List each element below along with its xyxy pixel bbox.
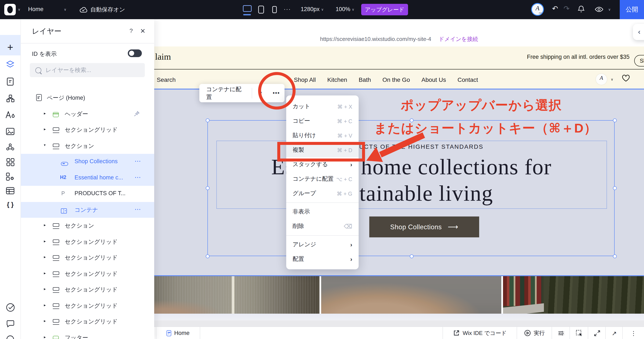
panel-help-icon[interactable]: ? <box>130 27 133 34</box>
page-selector-chevron-icon[interactable]: ∨ <box>64 8 66 12</box>
caret-right-icon[interactable]: ▸ <box>44 255 46 259</box>
show-id-toggle[interactable] <box>128 50 142 57</box>
layer-row-sectiongrid[interactable]: ▸ セクショングリッド <box>20 282 154 298</box>
properties-sliders-icon[interactable] <box>552 327 570 339</box>
layer-row-sectiongrid[interactable]: ▸ セクショングリッド <box>20 122 154 138</box>
connect-domain-link[interactable]: ドメインを接続 <box>439 36 478 42</box>
layer-row-container[interactable]: コンテナ ⋯ <box>20 202 154 218</box>
layer-row-header[interactable]: ▸ ヘッダー <box>20 106 154 122</box>
selection-handle[interactable] <box>206 118 209 122</box>
more-options-kebab-icon[interactable]: ⋮ <box>622 327 644 339</box>
site-styles-icon[interactable] <box>0 111 20 119</box>
tablet-breakpoint-icon[interactable] <box>258 6 264 14</box>
layers-search-input[interactable] <box>45 67 140 74</box>
breakpoint-chevron-icon[interactable]: ∨ <box>321 8 324 12</box>
layer-row-section[interactable]: ▸ セクション <box>20 218 154 234</box>
layer-row-footer[interactable]: ▸ フッター <box>20 330 154 339</box>
layer-row-products-text[interactable]: P PRODUCTS OF T... <box>20 186 154 202</box>
wix-studio-logo[interactable] <box>4 4 16 15</box>
nav-link[interactable]: Contact <box>458 76 478 83</box>
menu-item-delete[interactable]: 削除 ⌫ <box>286 219 359 233</box>
layer-row-sectiongrid[interactable]: ▸ セクショングリッド <box>20 314 154 330</box>
layer-row-sectiongrid[interactable]: ▸ セクショングリッド <box>20 298 154 314</box>
menu-item-paste[interactable]: 貼り付け ⌘ + V <box>286 128 359 143</box>
menu-item-cut[interactable]: カット ⌘ + X <box>286 99 359 114</box>
tab-home[interactable]: Home <box>156 327 200 339</box>
zoom-chevron-icon[interactable]: ∨ <box>352 8 354 12</box>
selection-handle[interactable] <box>613 186 616 190</box>
fullscreen-icon[interactable] <box>588 327 606 339</box>
menu-item-hide[interactable]: 非表示 <box>286 205 359 219</box>
caret-right-icon[interactable]: ▸ <box>44 223 46 227</box>
account-chevron-icon[interactable]: ∨ <box>611 78 613 81</box>
menu-item-align[interactable]: 配置 › <box>286 252 359 266</box>
row-more-icon[interactable]: ⋯ <box>134 205 142 213</box>
caret-right-icon[interactable]: ▸ <box>44 335 46 339</box>
shop-now-button[interactable]: Shop N <box>634 55 644 67</box>
caret-right-icon[interactable]: ▸ <box>44 239 46 243</box>
notifications-bell-icon[interactable] <box>578 5 585 13</box>
menu-item-arrange[interactable]: アレンジ › <box>286 237 359 252</box>
nav-link[interactable]: Shop All <box>294 76 316 83</box>
widgets-icon[interactable] <box>0 173 20 181</box>
add-elements-icon[interactable]: + <box>0 41 20 53</box>
undo-icon[interactable]: ↶ <box>552 4 558 13</box>
menu-item-attach-to-container[interactable]: コンテナに配置 ⌥ + C <box>286 172 359 186</box>
attach-to-container-button[interactable]: コンテナに配置 <box>199 86 252 101</box>
selection-handle[interactable] <box>613 254 616 258</box>
cms-database-icon[interactable] <box>0 187 20 194</box>
nav-link[interactable]: On the Go <box>382 76 410 83</box>
select-tool-icon[interactable] <box>570 327 588 339</box>
selection-handle[interactable] <box>206 186 209 190</box>
selection-handle[interactable] <box>206 254 209 258</box>
wishlist-heart-icon[interactable] <box>622 75 630 82</box>
caret-right-icon[interactable]: ▸ <box>44 111 46 115</box>
caret-right-icon[interactable]: ▸ <box>44 127 46 131</box>
layer-row-sectiongrid[interactable]: ▸ セクショングリッド <box>20 234 154 250</box>
nav-link[interactable]: Kitchen <box>327 76 347 83</box>
panel-close-icon[interactable]: ✕ <box>140 27 146 35</box>
help-icon[interactable] <box>0 335 20 339</box>
open-preview-icon[interactable]: ↗ <box>605 327 623 339</box>
menu-item-copy[interactable]: コピー ⌘ + C <box>286 114 359 128</box>
breakpoint-width-dropdown[interactable]: 1280px <box>301 6 320 12</box>
caret-right-icon[interactable]: ▸ <box>44 287 46 291</box>
collapse-panel-button[interactable]: ‹ <box>633 24 644 40</box>
gallery-image-bookshelf[interactable] <box>503 276 644 314</box>
more-breakpoints-icon[interactable]: ··· <box>284 6 291 12</box>
caret-right-icon[interactable]: ▸ <box>44 303 46 307</box>
page-selector[interactable]: Home <box>28 6 44 12</box>
redo-icon[interactable]: ↷ <box>564 4 570 13</box>
layers-icon[interactable] <box>0 60 20 69</box>
layer-row-page[interactable]: ページ (Home) <box>20 90 154 106</box>
preview-chevron-icon[interactable]: ∨ <box>608 8 611 12</box>
gallery-image-cardigan[interactable] <box>154 276 320 314</box>
preview-eye-icon[interactable] <box>594 7 604 12</box>
caret-right-icon[interactable]: ▸ <box>44 319 46 323</box>
caret-right-icon[interactable]: ▸ <box>44 271 46 275</box>
layer-row-sectiongrid[interactable]: ▸ セクショングリッド <box>20 250 154 266</box>
run-button[interactable]: 実行 <box>517 327 552 339</box>
site-account-avatar[interactable]: A <box>596 74 607 85</box>
tasks-icon[interactable] <box>0 303 20 312</box>
account-avatar[interactable]: A .INC <box>531 3 544 16</box>
menu-item-group[interactable]: グループ ⌘ + G <box>286 186 359 201</box>
comments-icon[interactable] <box>0 320 20 327</box>
row-more-icon[interactable]: ⋯ <box>134 157 142 165</box>
pin-icon[interactable] <box>134 111 140 117</box>
sitemap-icon[interactable] <box>0 95 20 102</box>
zoom-dropdown[interactable]: 100% <box>336 6 350 12</box>
caret-down-icon[interactable]: ▾ <box>44 143 46 147</box>
selection-handle[interactable] <box>613 118 616 122</box>
row-more-icon[interactable]: ⋯ <box>134 173 142 181</box>
layer-row-essential-heading[interactable]: H2 Essential home c... ⋯ <box>20 170 154 186</box>
code-icon[interactable]: { } <box>0 201 20 208</box>
layer-row-shop-collections[interactable]: Shop Collections ⋯ <box>20 154 154 170</box>
layers-search-box[interactable] <box>30 63 145 77</box>
publish-button[interactable]: 公開 <box>620 0 644 19</box>
nav-link[interactable]: About Us <box>422 76 446 83</box>
desktop-breakpoint-icon[interactable] <box>243 5 252 12</box>
pages-icon[interactable] <box>0 78 20 86</box>
media-icon[interactable] <box>0 128 20 135</box>
logo-chevron-icon[interactable]: ∨ <box>18 8 20 12</box>
